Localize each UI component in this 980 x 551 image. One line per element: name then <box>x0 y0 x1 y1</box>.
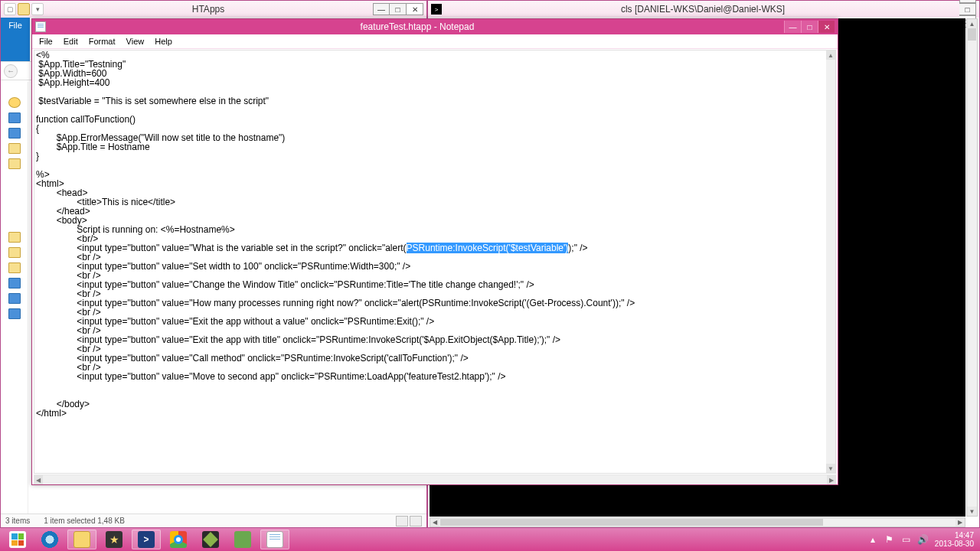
tray-clock[interactable]: 14:47 2013-08-30 <box>935 531 974 548</box>
scroll-down-icon[interactable]: ▼ <box>967 507 977 516</box>
tray-up-icon[interactable]: ▴ <box>867 534 878 545</box>
console-titlebar[interactable]: > cls [DANIEL-WKS\Daniel@Daniel-WKS] — □… <box>428 1 979 18</box>
folder-icon <box>74 531 90 548</box>
notepad-window: featureTest.htapp - Notepad — □ ✕ File E… <box>31 18 838 485</box>
scroll-thumb[interactable] <box>440 519 823 526</box>
qat-btn-1[interactable]: ▢ <box>4 3 16 15</box>
notepad-title: featureTest.htapp - Notepad <box>51 21 784 32</box>
qat-dropdown[interactable]: ▾ <box>31 3 44 15</box>
notepad-body: <% $App.Title="Testning" $App.Width=600 … <box>34 50 836 474</box>
tree-node-icon[interactable] <box>8 278 21 289</box>
cube-icon <box>202 531 219 548</box>
explorer-titlebar[interactable]: ▢ ▾ HTApps — □ ✕ <box>1 1 426 18</box>
scroll-right-icon[interactable]: ▶ <box>956 518 965 527</box>
view-details-button[interactable] <box>396 516 408 527</box>
taskbar-notepad-button[interactable] <box>260 530 289 549</box>
tree-folder-icon[interactable] <box>8 143 21 154</box>
menu-view[interactable]: View <box>121 35 150 47</box>
windows-icon <box>9 531 26 548</box>
notepad-hscrollbar[interactable]: ◀ ▶ <box>34 474 836 484</box>
explorer-close-button[interactable]: ✕ <box>407 3 423 15</box>
chrome-icon <box>170 531 187 548</box>
console-vscrollbar[interactable]: ▲ ▼ <box>966 18 978 517</box>
taskbar-chrome-button[interactable] <box>164 530 193 549</box>
gear-icon <box>106 531 122 548</box>
notepad-titlebar[interactable]: featureTest.htapp - Notepad — □ ✕ <box>32 19 838 34</box>
notepad-minimize-button[interactable]: — <box>784 21 801 33</box>
explorer-minimize-button[interactable]: — <box>373 3 390 15</box>
scroll-down-icon[interactable]: ▼ <box>826 464 835 473</box>
taskbar: ▴ ⚑ ▭ 🔊 14:47 2013-08-30 <box>0 528 980 551</box>
menu-edit[interactable]: Edit <box>58 35 83 47</box>
scroll-left-icon[interactable]: ◀ <box>430 518 439 527</box>
console-title: cls [DANIEL-WKS\Daniel@Daniel-WKS] <box>446 4 959 15</box>
taskbar-powershell-button[interactable] <box>132 530 161 549</box>
taskbar-app-button[interactable] <box>100 530 129 549</box>
explorer-statusbar: 3 items 1 item selected 1,48 KB <box>1 514 426 527</box>
notepad-maximize-button[interactable]: □ <box>801 21 818 33</box>
tree-node-icon[interactable] <box>8 112 21 123</box>
system-tray: ▴ ⚑ ▭ 🔊 14:47 2013-08-30 <box>867 531 977 548</box>
notepad-close-button[interactable]: ✕ <box>818 21 835 33</box>
status-item-count: 3 items <box>5 517 30 525</box>
tree-folder-icon[interactable] <box>8 247 21 258</box>
start-button[interactable] <box>3 530 32 549</box>
ie-icon <box>41 531 58 548</box>
taskbar-ie-button[interactable] <box>35 530 64 549</box>
taskbar-app-button[interactable] <box>228 530 257 549</box>
tray-network-icon[interactable]: ▭ <box>901 534 912 545</box>
menu-help[interactable]: Help <box>149 35 178 47</box>
tray-flag-icon[interactable]: ⚑ <box>884 534 895 545</box>
tree-node-icon[interactable] <box>8 128 21 139</box>
tray-volume-icon[interactable]: 🔊 <box>918 534 929 545</box>
tree-node-icon[interactable] <box>8 293 21 304</box>
ribbon-file-tab[interactable]: File <box>1 18 30 61</box>
book-icon <box>234 531 251 548</box>
taskbar-explorer-button[interactable] <box>67 530 96 549</box>
scroll-up-icon[interactable]: ▲ <box>826 51 835 60</box>
notepad-vscrollbar[interactable]: ▲ ▼ <box>826 51 835 473</box>
tree-favorites-icon[interactable] <box>8 97 21 108</box>
tree-node-icon[interactable] <box>8 308 21 319</box>
notepad-icon <box>266 531 283 548</box>
tree-folder-icon[interactable] <box>8 262 21 273</box>
notepad-menubar: File Edit Format View Help <box>32 34 838 49</box>
qat-btn-2[interactable] <box>18 3 30 15</box>
console-maximize-button[interactable]: □ <box>959 3 976 15</box>
scroll-left-icon[interactable]: ◀ <box>34 475 43 484</box>
explorer-title: HTApps <box>44 4 373 15</box>
scroll-up-icon[interactable]: ▲ <box>967 19 977 28</box>
notepad-icon <box>35 21 46 32</box>
scroll-right-icon[interactable]: ▶ <box>827 475 836 484</box>
status-selection: 1 item selected 1,48 KB <box>44 517 125 525</box>
tree-folder-icon[interactable] <box>8 158 21 169</box>
console-icon: > <box>431 4 442 15</box>
menu-file[interactable]: File <box>34 35 58 47</box>
explorer-tree[interactable] <box>1 82 28 514</box>
powershell-icon <box>138 531 155 548</box>
tree-folder-icon[interactable] <box>8 232 21 243</box>
console-hscrollbar[interactable]: ◀ ▶ <box>430 517 965 527</box>
nav-back-button[interactable]: ← <box>4 64 18 78</box>
tray-time: 14:47 <box>935 531 974 540</box>
taskbar-app-button[interactable] <box>196 530 225 549</box>
explorer-maximize-button[interactable]: □ <box>390 3 407 15</box>
scroll-thumb[interactable] <box>968 28 976 41</box>
menu-format[interactable]: Format <box>83 35 121 47</box>
view-icons-button[interactable] <box>410 516 422 527</box>
notepad-textarea[interactable]: <% $App.Title="Testning" $App.Width=600 … <box>34 51 826 473</box>
text-selection: PSRuntime:InvokeScript('$testVariable') <box>407 243 569 253</box>
tray-date: 2013-08-30 <box>935 540 974 548</box>
